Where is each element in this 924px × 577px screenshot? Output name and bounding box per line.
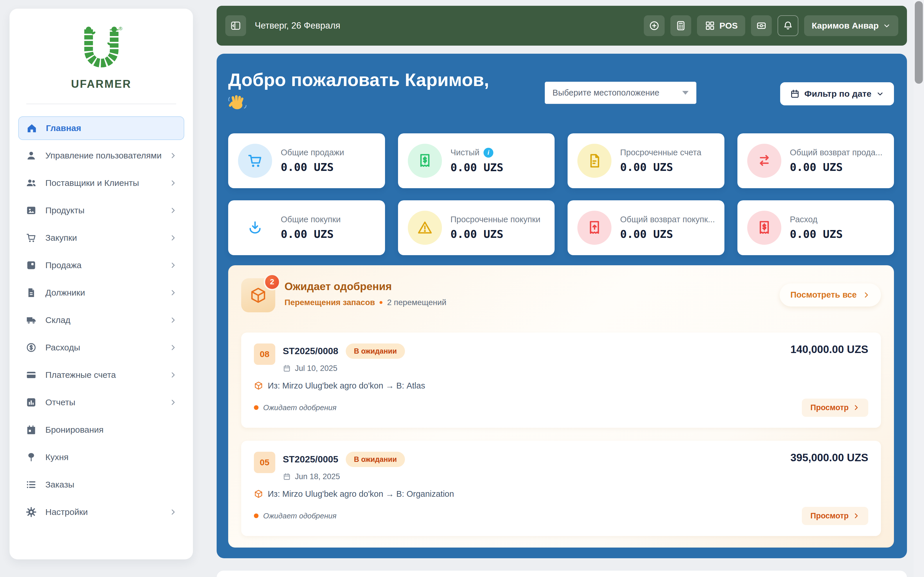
welcome-row: Добро пожаловать Каримов, Выберите место… [228,69,894,113]
warning-icon [417,220,433,236]
calendar-outline-icon [283,364,291,372]
sidebar-item-label: Склад [45,315,71,325]
calendar-solid-icon [26,424,37,435]
sidebar-item-reports[interactable]: Отчеты [18,390,184,414]
sidebar-item-debtors[interactable]: Должники [18,281,184,305]
pos-label: POS [719,21,738,31]
stat-icon-bubble [747,211,781,245]
sidebar-item-label: Управление пользователями [45,151,162,161]
user-icon [26,150,37,161]
notifications-button[interactable] [777,15,798,36]
exchange-icon [756,153,772,169]
transfer-route: Из: Mirzo Ulug'bek agro do'kon → В: Orga… [268,489,454,499]
chevron-down-icon [876,90,884,98]
pending-count-badge: 2 [264,274,281,290]
sidebar-item-label: Должники [45,288,85,298]
calendar-outline-icon [790,89,800,99]
date-filter-button[interactable]: Фильтр по дате [780,82,894,105]
sidebar-item-label: Расходы [45,343,80,353]
scrollbar-thumb[interactable] [915,1,923,84]
pending-title: Ожидает одобрения [284,280,446,293]
sidebar-collapse-button[interactable] [225,15,246,36]
receipt-dollar-icon [756,220,772,236]
pending-approvals-panel: 2 Ожидает одобрения Перемещения запасов … [228,265,894,548]
stock-transfer-icon-box: 2 [241,278,275,312]
add-button[interactable] [644,15,665,36]
sidebar-item-settings[interactable]: Настройки [18,500,184,524]
welcome-title: Добро пожаловать Каримов, [228,69,545,90]
view-transfer-button[interactable]: Просмотр [802,507,868,525]
stat-label: Общий возврат прода... [790,148,883,157]
stat-card: Просроченные счета0.00 UZS [567,133,724,188]
box-3d-icon [254,381,263,390]
transfer-item: 08ST2025/0008В ожиданииJul 10, 2025140,0… [241,332,881,428]
stat-label: Общие продажи [281,148,344,157]
hero-panel: Добро пожаловать Каримов, Выберите место… [216,54,907,558]
stat-card: Чистыйi0.00 UZS [398,133,555,188]
transfer-code: ST2025/0008 [283,346,338,356]
transfer-date: Jul 10, 2025 [295,364,338,373]
sidebar-item-user-management[interactable]: Управление пользователями [18,144,184,168]
sidebar-item-home[interactable]: Главная [18,116,184,140]
chevron-right-icon [169,179,177,187]
sidebar-item-sales[interactable]: Продажа [18,253,184,277]
pos-button[interactable]: POS [697,15,745,36]
stat-card: Просроченные покупки0.00 UZS [398,200,555,255]
stat-icon-bubble [747,144,781,178]
stat-value: 0.00 UZS [281,161,344,174]
chart-icon [26,397,37,408]
sidebar-item-kitchen[interactable]: Кухня [18,445,184,469]
stat-card: Общий возврат покупк...0.00 UZS [567,200,724,255]
sidebar-item-bookings[interactable]: Бронирования [18,418,184,442]
stock-transfers-link[interactable]: Перемещения запасов [284,298,375,307]
transfer-amount: 140,000.00 UZS [791,343,868,356]
chevron-right-icon [169,289,177,297]
bell-icon [782,20,793,31]
kitchen-icon [26,452,37,463]
view-transfer-button[interactable]: Просмотр [802,399,868,417]
sidebar-item-suppliers-clients[interactable]: Поставщики и Клиенты [18,171,184,195]
box-3d-icon [254,489,263,498]
sidebar-item-purchases[interactable]: Закупки [18,226,184,250]
chevron-right-icon [169,234,177,242]
stat-label: Расход [790,215,818,224]
location-select[interactable]: Выберите местоположение [545,82,696,104]
info-icon[interactable]: i [483,148,493,158]
cart-icon [247,153,263,169]
sidebar-nav: ГлавнаяУправление пользователямиПоставщи… [10,116,193,524]
stat-label: Просроченные покупки [451,215,540,224]
user-menu-button[interactable]: Каримов Анвар [804,15,898,36]
sidebar-item-label: Платежные счета [45,370,116,380]
sidebar-item-products[interactable]: Продукты [18,198,184,222]
transfer-code: ST2025/0005 [283,454,338,465]
chevron-right-icon [853,513,859,519]
scrollbar-track[interactable] [914,0,924,577]
stat-card: Общие продажи0.00 UZS [228,133,385,188]
receipt-return-icon [586,220,603,236]
sidebar-item-expenses[interactable]: Расходы [18,336,184,359]
calculator-button[interactable] [670,15,691,36]
view-all-button[interactable]: Посмотреть все [780,284,881,306]
chevron-right-icon [169,371,177,379]
home-icon [26,122,37,134]
chevron-down-icon [883,22,891,30]
sidebar-divider [26,104,176,104]
sidebar-item-label: Закупки [45,233,77,243]
sidebar-item-orders[interactable]: Заказы [18,473,184,496]
plus-circle-icon [649,20,660,31]
cash-register-button[interactable] [751,15,772,36]
box-3d-icon [249,286,267,304]
file-invoice-icon [586,153,603,169]
select-caret-icon [682,91,688,95]
stat-label: Общие покупки [281,215,341,224]
sidebar-item-payment-accounts[interactable]: Платежные счета [18,363,184,387]
coin-icon [26,342,37,353]
stat-card: Расход0.00 UZS [737,200,894,255]
sidebar-item-warehouse[interactable]: Склад [18,308,184,332]
grid-icon [704,20,716,31]
stat-value: 0.00 UZS [620,228,715,240]
transfer-status-note: Ожидает одобрения [263,511,336,521]
stat-value: 0.00 UZS [451,161,504,174]
chevron-right-icon [169,508,177,516]
stat-card: Общий возврат прода...0.00 UZS [737,133,894,188]
